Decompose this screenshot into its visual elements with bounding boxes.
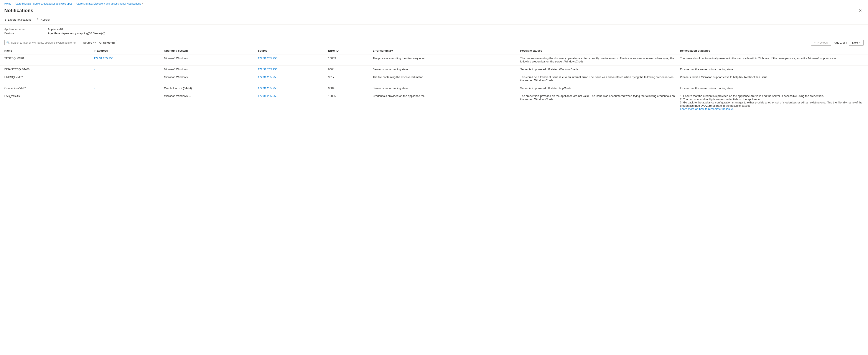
cell-name: ERPSQLVM02 — [0, 73, 91, 84]
cell-ip: . — [91, 73, 161, 84]
cell-causes: Server is in powered off state.: AppCred… — [518, 84, 677, 92]
cell-errorid: 10003 — [326, 54, 370, 65]
col-name: Name — [0, 47, 91, 54]
learn-more-link[interactable]: Learn more on how to remediate the issue… — [680, 107, 734, 110]
appliance-name-value: Appliance01 — [48, 28, 864, 31]
cell-causes: The process executing the discovery oper… — [518, 54, 677, 65]
next-button[interactable]: Next > — [849, 40, 864, 45]
cell-ip — [91, 92, 161, 113]
cell-summary: Server is not a running state. — [370, 84, 518, 92]
cell-summary: The process executing the discovery oper… — [370, 54, 518, 65]
col-source: Source — [255, 47, 326, 54]
cell-summary: The file containing the discovered metad… — [370, 73, 518, 84]
page-title: Notifications — [4, 8, 33, 13]
table-row: FINANCESQLVM06-Microsoft Windows ...172.… — [0, 65, 868, 73]
col-causes: Possible causes — [518, 47, 677, 54]
table-row: LAB_WSUSMicrosoft Windows ...172.31.255.… — [0, 92, 868, 113]
refresh-label: Refresh — [40, 18, 51, 21]
previous-button[interactable]: < Previous — [811, 40, 831, 45]
cell-causes: Server is in powered off state.: Windows… — [518, 65, 677, 73]
cell-summary: Server is not a running state. — [370, 65, 518, 73]
breadcrumb-home[interactable]: Home — [4, 2, 11, 5]
cell-ip: - — [91, 65, 161, 73]
cell-ip: 172.31.255.255 — [91, 54, 161, 65]
cell-name: FINANCESQLVM06 — [0, 65, 91, 73]
cell-os: Microsoft Windows ... — [161, 73, 255, 84]
cell-remediation: Ensure that the server is in a running s… — [677, 65, 868, 73]
notifications-table-container: Name IP address Operating system Source … — [0, 47, 868, 113]
cell-ip: - — [91, 84, 161, 92]
cell-os: Oracle Linux 7 (64-bit) — [161, 84, 255, 92]
meta-section: Appliance name Appliance01 Feature Agent… — [0, 25, 868, 38]
cell-name: LAB_WSUS — [0, 92, 91, 113]
cell-causes: The credentials provided on the applianc… — [518, 92, 677, 113]
breadcrumb-notifications[interactable]: Azure Migrate: Discovery and assessment … — [76, 2, 141, 5]
breadcrumb-sep-1: › — [12, 2, 13, 5]
search-input[interactable] — [11, 41, 76, 44]
cell-errorid: 10005 — [326, 92, 370, 113]
col-remediation: Remediation guidance — [677, 47, 868, 54]
close-button[interactable]: ✕ — [857, 7, 864, 14]
cell-name: TESTSQLVM01 — [0, 54, 91, 65]
toolbar: ↓ Export notifications ↻ Refresh — [0, 15, 868, 25]
chip-value: All Selected — [99, 41, 115, 44]
feature-label: Feature — [4, 32, 48, 35]
col-ip: IP address — [91, 47, 161, 54]
page-info: Page 1 of 4 — [833, 41, 847, 44]
cell-remediation: The issue should automatically resolve i… — [677, 54, 868, 65]
search-icon: 🔍 — [6, 41, 10, 44]
cell-causes: This could be a transient issue due to a… — [518, 73, 677, 84]
chip-prefix: Source == — [83, 41, 96, 44]
cell-source: 172.31.255.255 — [255, 54, 326, 65]
cell-errorid: 9004 — [326, 65, 370, 73]
cell-remediation: 1. Ensure that the credentials provided … — [677, 92, 868, 113]
refresh-icon: ↻ — [37, 18, 39, 21]
cell-source: 172.31.255.255 — [255, 84, 326, 92]
feature-value: Agentless dependency mapping(66 Server(s… — [48, 32, 864, 35]
page-header: Notifications ··· ✕ — [0, 6, 868, 15]
cell-os: Microsoft Windows ... — [161, 92, 255, 113]
pagination: < Previous Page 1 of 4 Next > — [811, 40, 864, 45]
cell-os: Microsoft Windows ... — [161, 54, 255, 65]
breadcrumb-servers[interactable]: Azure Migrate | Servers, databases and w… — [15, 2, 72, 5]
table-row: ERPSQLVM02.Microsoft Windows ...172.31.2… — [0, 73, 868, 84]
export-notifications-label: Export notifications — [8, 18, 31, 21]
source-filter-chip[interactable]: Source == All Selected — [81, 40, 117, 45]
export-notifications-button[interactable]: ↓ Export notifications — [4, 17, 32, 22]
breadcrumb-sep-2: › — [74, 2, 75, 5]
col-summary: Error summary — [370, 47, 518, 54]
search-box[interactable]: 🔍 — [4, 40, 78, 45]
col-os: Operating system — [161, 47, 255, 54]
cell-remediation: Ensure that the server is in a running s… — [677, 84, 868, 92]
appliance-name-label: Appliance name — [4, 28, 48, 31]
more-options-button[interactable]: ··· — [35, 8, 41, 13]
cell-source: 172.31.255.255 — [255, 65, 326, 73]
cell-source: 172.31.255.255 — [255, 92, 326, 113]
table-row: TESTSQLVM01172.31.255.255Microsoft Windo… — [0, 54, 868, 65]
cell-source: 172.31.255.255 — [255, 73, 326, 84]
table-header-row: Name IP address Operating system Source … — [0, 47, 868, 54]
col-errorid: Error ID — [326, 47, 370, 54]
breadcrumb-sep-3: › — [142, 2, 143, 5]
cell-os: Microsoft Windows ... — [161, 65, 255, 73]
cell-errorid: 9004 — [326, 84, 370, 92]
refresh-button[interactable]: ↻ Refresh — [36, 17, 51, 22]
notifications-table: Name IP address Operating system Source … — [0, 47, 868, 113]
table-row: OracleLinuxVM01-Oracle Linux 7 (64-bit)1… — [0, 84, 868, 92]
cell-name: OracleLinuxVM01 — [0, 84, 91, 92]
cell-errorid: 9017 — [326, 73, 370, 84]
filter-bar: 🔍 Source == All Selected < Previous Page… — [0, 38, 868, 47]
breadcrumb: Home › Azure Migrate | Servers, database… — [0, 0, 868, 6]
download-icon: ↓ — [5, 18, 6, 21]
cell-summary: Credentials provided on the appliance fo… — [370, 92, 518, 113]
cell-remediation: Please submit a Microsoft support case t… — [677, 73, 868, 84]
